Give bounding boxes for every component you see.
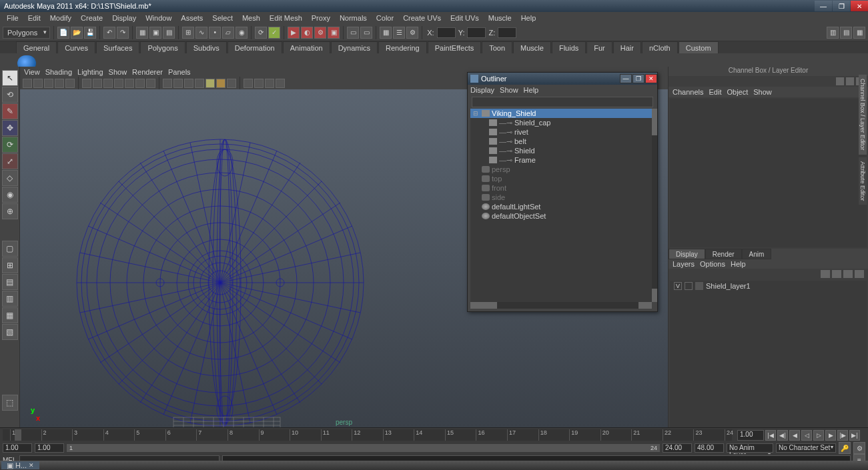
outliner-item-defaultobjectset[interactable]: defaultObjectSet bbox=[470, 211, 652, 221]
menu-assets[interactable]: Assets bbox=[177, 13, 207, 23]
outliner-item-side[interactable]: side bbox=[470, 193, 652, 202]
vp-bookmark-icon[interactable] bbox=[33, 79, 43, 88]
shelf-tab-animation[interactable]: Animation bbox=[283, 41, 330, 53]
step-forward-key-icon[interactable]: |▶ bbox=[837, 430, 848, 441]
ipr-render-icon[interactable]: ◐ bbox=[301, 27, 313, 39]
snap-curve-icon[interactable]: ∿ bbox=[195, 27, 207, 39]
layer-new-empty-icon[interactable] bbox=[832, 270, 841, 278]
tool-settings-toggle-icon[interactable]: ⚙ bbox=[406, 27, 418, 39]
vp-menu-renderer[interactable]: Renderer bbox=[132, 68, 163, 76]
side-tab-attribute-editor[interactable]: Attribute Editor bbox=[859, 157, 867, 205]
shelf-tab-deformation[interactable]: Deformation bbox=[228, 41, 282, 53]
layer-tab-anim[interactable]: Anim bbox=[742, 249, 772, 259]
anim-prefs-icon[interactable]: ⚙ bbox=[853, 442, 865, 454]
outliner-item-defaultlightset[interactable]: defaultLightSet bbox=[470, 202, 652, 211]
snap-live-icon[interactable]: ◉ bbox=[236, 27, 248, 39]
rotate-tool-icon[interactable]: ⟳ bbox=[2, 137, 18, 153]
menu-editmesh[interactable]: Edit Mesh bbox=[266, 13, 306, 23]
outliner-menu-show[interactable]: Show bbox=[500, 86, 518, 94]
vp-safe-action-icon[interactable] bbox=[135, 79, 145, 88]
shelf-tab-ncloth[interactable]: nCloth bbox=[642, 41, 678, 53]
vp-exposure-icon[interactable] bbox=[265, 79, 274, 88]
shelf-tab-painteffects[interactable]: PaintEffects bbox=[428, 41, 482, 53]
open-scene-icon[interactable]: 📂 bbox=[71, 27, 83, 39]
menu-file[interactable]: File bbox=[3, 13, 23, 23]
vp-gate-mask-icon[interactable] bbox=[114, 79, 123, 88]
maximize-button[interactable]: ❐ bbox=[833, 1, 850, 11]
menu-normals[interactable]: Normals bbox=[336, 13, 371, 23]
vp-menu-view[interactable]: View bbox=[24, 68, 40, 76]
go-to-start-icon[interactable]: |◀ bbox=[765, 430, 776, 441]
redo-icon[interactable]: ↷ bbox=[117, 27, 129, 39]
anim-end-field[interactable]: 48.00 bbox=[695, 443, 724, 453]
shelf-tab-fluids[interactable]: Fluids bbox=[552, 41, 586, 53]
vp-use-lights-icon[interactable] bbox=[195, 79, 204, 88]
layer-visibility-toggle[interactable]: V bbox=[674, 282, 682, 290]
vp-xray-joints-icon[interactable] bbox=[254, 79, 264, 88]
taskbar-item[interactable]: ▣ H... ✕ bbox=[1, 461, 39, 469]
outliner-item-rivet[interactable]: —⊸rivet bbox=[470, 127, 652, 137]
layer-menu-help[interactable]: Help bbox=[731, 260, 746, 268]
time-ruler[interactable]: 123456789101112131415161718192021222324 bbox=[3, 429, 732, 441]
persp-graph-icon[interactable]: ▥ bbox=[2, 291, 18, 307]
outliner-item-frame[interactable]: —⊸Frame bbox=[470, 155, 652, 165]
vp-grease-icon[interactable] bbox=[65, 79, 75, 88]
ch-icon-2[interactable] bbox=[846, 77, 854, 85]
vp-menu-lighting[interactable]: Lighting bbox=[77, 68, 103, 76]
lasso-tool-icon[interactable]: ⟲ bbox=[2, 87, 18, 103]
menu-proxy[interactable]: Proxy bbox=[308, 13, 334, 23]
render-frame-icon[interactable]: ▶ bbox=[288, 27, 300, 39]
vp-safe-title-icon[interactable] bbox=[146, 79, 155, 88]
close-button[interactable]: ✕ bbox=[851, 1, 868, 11]
menu-select[interactable]: Select bbox=[208, 13, 237, 23]
outliner-item-viking-shield[interactable]: ⊟ Viking_Shield bbox=[470, 109, 652, 118]
render-settings-icon[interactable]: ⚙ bbox=[314, 27, 326, 39]
current-frame-field[interactable]: 1.00 bbox=[737, 430, 764, 441]
layer-tab-display[interactable]: Display bbox=[669, 249, 705, 259]
scale-tool-icon[interactable]: ⤢ bbox=[2, 153, 18, 169]
ch-menu-object[interactable]: Object bbox=[727, 88, 748, 96]
menu-window[interactable]: Window bbox=[141, 13, 175, 23]
ch-menu-channels[interactable]: Channels bbox=[673, 88, 703, 96]
menu-modify[interactable]: Modify bbox=[46, 13, 75, 23]
play-start-field[interactable]: 1.00 bbox=[35, 443, 64, 453]
vp-grid-icon[interactable] bbox=[82, 79, 91, 88]
layer-menu-layers[interactable]: Layers bbox=[673, 260, 695, 268]
play-back-icon[interactable]: ◁ bbox=[801, 430, 812, 441]
menu-help[interactable]: Help bbox=[517, 13, 540, 23]
vp-field-chart-icon[interactable] bbox=[125, 79, 134, 88]
four-view-icon[interactable]: ⊞ bbox=[2, 257, 18, 273]
soft-mod-tool-icon[interactable]: ◉ bbox=[2, 187, 18, 203]
layer-tab-render[interactable]: Render bbox=[705, 249, 742, 259]
outliner-item-shield-cap[interactable]: —⊸Shield_cap bbox=[470, 118, 652, 127]
vp-resolution-gate-icon[interactable] bbox=[103, 79, 113, 88]
shelf-tab-curves[interactable]: Curves bbox=[57, 41, 95, 53]
outliner-item-shield[interactable]: —⊸Shield bbox=[470, 146, 652, 155]
vp-wireframe-icon[interactable] bbox=[163, 79, 172, 88]
persp-hypergraph-icon[interactable]: ▧ bbox=[2, 324, 18, 340]
menu-color[interactable]: Color bbox=[372, 13, 398, 23]
step-back-key-icon[interactable]: ◀| bbox=[777, 430, 788, 441]
last-tool-icon[interactable]: ⬚ bbox=[2, 395, 18, 411]
vp-menu-show[interactable]: Show bbox=[109, 68, 127, 76]
vp-smooth-shade-icon[interactable] bbox=[173, 79, 183, 88]
outliner-menu-display[interactable]: Display bbox=[470, 86, 494, 94]
show-manip-tool-icon[interactable]: ⊕ bbox=[2, 203, 18, 219]
channel-box-toggle-icon[interactable]: ▦ bbox=[380, 27, 392, 39]
ch-menu-edit[interactable]: Edit bbox=[709, 88, 721, 96]
save-scene-icon[interactable]: 💾 bbox=[84, 27, 96, 39]
range-thumb[interactable]: 1 24 bbox=[67, 444, 660, 452]
history-icon[interactable]: ⟳ bbox=[255, 27, 267, 39]
select-tool-icon[interactable]: ↖ bbox=[2, 70, 18, 86]
step-forward-icon[interactable]: ▶ bbox=[825, 430, 836, 441]
undo-icon[interactable]: ↶ bbox=[103, 27, 115, 39]
menu-muscle[interactable]: Muscle bbox=[484, 13, 516, 23]
outliner-item-belt[interactable]: —⊸belt bbox=[470, 137, 652, 146]
outliner-item-persp[interactable]: persp bbox=[470, 165, 652, 174]
time-current-marker[interactable] bbox=[15, 429, 21, 441]
anim-start-field[interactable]: 1.00 bbox=[3, 443, 32, 453]
shelf-tab-rendering[interactable]: Rendering bbox=[378, 41, 427, 53]
go-to-end-icon[interactable]: ▶| bbox=[849, 430, 860, 441]
x-field[interactable] bbox=[437, 27, 456, 38]
select-object-icon[interactable]: ▣ bbox=[149, 27, 161, 39]
